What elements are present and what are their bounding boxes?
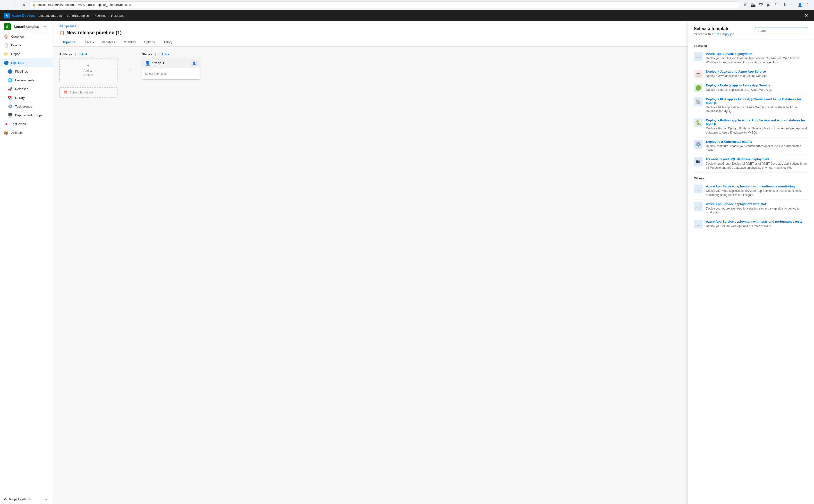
environments-label: Environments — [15, 78, 34, 82]
sidebar-item-environments[interactable]: 🌐 Environments — [0, 76, 53, 84]
template-body: Featured ☁️ Azure App Service deployment… — [688, 40, 814, 504]
php-name: Deploy a PHP app to Azure App Service an… — [706, 97, 808, 105]
shield-button[interactable]: 🛡 — [758, 1, 764, 8]
template-item-python[interactable]: 🐍 Deploy a Python app to Azure App Servi… — [694, 116, 808, 137]
sidebar-item-repos[interactable]: 📁 Repos — [0, 50, 53, 58]
azure-icon: A — [4, 13, 10, 18]
schedule-box[interactable]: ⏰ Schedule not set — [59, 87, 118, 98]
play-button[interactable]: ▶ — [765, 1, 772, 8]
nodejs-icon: 🟢 — [694, 84, 703, 92]
add-stage-chevron-icon: ▾ — [168, 52, 169, 56]
iis-icon: IIS — [694, 157, 703, 166]
project-name[interactable]: SonarExamples — [14, 25, 39, 29]
empty-job-icon: ⊞ — [717, 32, 719, 36]
template-item-azure-app-service[interactable]: ☁️ Azure App Service deployment Deploy y… — [694, 50, 808, 67]
sidebar-collapse-button[interactable]: « — [43, 496, 49, 502]
featured-section-label: Featured — [694, 40, 808, 50]
app-container: A Azure DevOps claudiasonarova / SonarEx… — [0, 10, 814, 504]
repos-label: Repos — [11, 52, 20, 56]
breadcrumb-pipelines[interactable]: Pipelines — [93, 14, 106, 17]
nodejs-name: Deploy a Node.js app to Azure App Servic… — [706, 84, 772, 87]
profile-button[interactable]: 👤 — [797, 1, 803, 8]
environments-icon: 🌐 — [8, 78, 13, 83]
tab-retention[interactable]: Retention — [119, 38, 140, 46]
download-button[interactable]: ⬇ — [781, 1, 788, 8]
tab-pipeline[interactable]: Pipeline — [59, 38, 79, 46]
extensions-button[interactable]: ⊞ — [742, 1, 749, 8]
sidebar-item-boards[interactable]: 📋 Boards — [0, 41, 53, 50]
pipelines-icon: 🔵 — [8, 69, 13, 74]
releases-label: Releases — [15, 87, 28, 91]
tab-variables[interactable]: Variables — [98, 38, 119, 46]
deploymentgroups-label: Deployment groups — [15, 113, 42, 117]
add-artifact-box[interactable]: + Add an artifact — [59, 58, 118, 82]
nodejs-content: Deploy a Node.js app to Azure App Servic… — [706, 84, 772, 92]
template-item-slot[interactable]: ☁️ Azure App Service deployment with slo… — [694, 200, 808, 218]
sidebar-item-pipelines-group[interactable]: 🔵 Pipelines — [0, 58, 53, 67]
camera-button[interactable]: 📷 — [750, 1, 757, 8]
stage-user-icons: 👤 — [191, 60, 197, 66]
breadcrumb-releases[interactable]: Releases — [111, 14, 124, 17]
back-button[interactable]: ← — [3, 1, 10, 8]
template-item-iis[interactable]: IIS IIS website and SQL database deploym… — [694, 155, 808, 173]
stages-pipe-sep: | — [155, 52, 156, 56]
artifact-plus-icon: + — [87, 63, 89, 68]
tab-options[interactable]: Options — [140, 38, 159, 46]
settings-button[interactable]: ⋯ — [789, 1, 796, 8]
heart-button[interactable]: ♡ — [773, 1, 780, 8]
reload-button[interactable]: ↻ — [20, 1, 27, 8]
template-item-continuous-monitoring[interactable]: ☁️ Azure App Service deployment with con… — [694, 182, 808, 200]
template-item-php[interactable]: 🐘 Deploy a PHP app to Azure App Service … — [694, 95, 808, 116]
breadcrumb-user[interactable]: claudiasonarova — [39, 14, 62, 17]
release-pipeline-icon: 📋 — [59, 30, 65, 35]
tab-history[interactable]: History — [159, 38, 176, 46]
search-input[interactable] — [755, 27, 808, 34]
sidebar-item-taskgroups[interactable]: ⚙️ Task groups — [0, 102, 53, 111]
sidebar-bottom: ⚙ Project settings « — [0, 494, 53, 504]
main-layout: S SonarExamples + 🏠 Overview 📋 Boards 📁 … — [0, 21, 814, 504]
sidebar-item-library[interactable]: 📚 Library — [0, 93, 53, 102]
add-stage-button[interactable]: + Add ▾ — [159, 52, 169, 56]
python-desc: Deploy a Python Django, Bottle, or Flask… — [706, 126, 808, 135]
pipeline-name[interactable]: New release pipeline (1) — [67, 30, 122, 35]
sidebar-item-testplans[interactable]: 🔺 Test Plans — [0, 119, 53, 128]
sidebar-item-releases[interactable]: 🚀 Releases — [0, 84, 53, 93]
stage-body: Select a template — [142, 68, 200, 79]
template-item-kubernetes[interactable]: ⚙️ Deploy to a Kubernetes cluster Deploy… — [694, 137, 808, 155]
breadcrumb-project[interactable]: SonarExamples — [67, 14, 89, 17]
breadcrumb-sep-1: / — [64, 14, 65, 17]
stages-section: Stages | + Add ▾ 👤 Stage 1 — [142, 52, 200, 80]
more-button[interactable]: ⋮ — [804, 1, 811, 8]
slot-desc: Deploy your Azure Web App to a staging s… — [706, 207, 808, 215]
boards-label: Boards — [11, 43, 21, 47]
azure-devops-logo[interactable]: A Azure DevOps — [4, 13, 35, 18]
sidebar-item-overview[interactable]: 🏠 Overview — [0, 32, 53, 41]
stage-box[interactable]: 👤 Stage 1 👤 Select a template — [142, 58, 200, 80]
close-button[interactable]: ✕ — [802, 12, 810, 19]
project-settings-item[interactable]: ⚙ Project settings « — [0, 494, 53, 504]
slot-name: Azure App Service deployment with slot — [706, 202, 808, 206]
project-avatar: S — [4, 23, 11, 30]
artifacts-section-header: Artifacts | + Add — [59, 52, 118, 56]
empty-job-link[interactable]: ⊞ Empty job — [717, 32, 734, 36]
all-pipelines-link[interactable]: All pipelines — [59, 24, 76, 28]
add-artifact-button[interactable]: + Add — [79, 52, 87, 56]
project-add-button[interactable]: + — [42, 24, 48, 30]
sidebar-item-artifacts[interactable]: 📦 Artifacts — [0, 128, 53, 137]
taskgroups-icon: ⚙️ — [8, 104, 13, 109]
continuous-monitoring-content: Azure App Service deployment with contin… — [706, 185, 808, 197]
continuous-monitoring-desc: Deploy your Web applications to Azure Ap… — [706, 189, 808, 197]
template-item-perf-tests[interactable]: ☁️ Azure App Service deployment with tes… — [694, 217, 808, 231]
address-bar[interactable]: 🔒 dev.azure.com/claudiasonarova/SonarExa… — [29, 1, 740, 8]
slot-icon: ☁️ — [694, 202, 703, 211]
stage-sub-label: Select a template — [145, 72, 197, 76]
forward-button[interactable]: → — [12, 1, 18, 8]
template-panel: Select a template Or start with an ⊞ Emp… — [688, 21, 814, 504]
schedule-icon: ⏰ — [64, 91, 68, 94]
tab-tasks[interactable]: Tasks ▾ — [79, 38, 98, 46]
template-item-java[interactable]: ☕ Deploy a Java app to Azure App Service… — [694, 67, 808, 81]
sidebar-item-pipelines[interactable]: 🔵 Pipelines — [0, 67, 53, 76]
sidebar-item-deploymentgroups[interactable]: 🖥️ Deployment groups — [0, 111, 53, 119]
java-icon: ☕ — [694, 70, 703, 78]
template-item-nodejs[interactable]: 🟢 Deploy a Node.js app to Azure App Serv… — [694, 81, 808, 95]
